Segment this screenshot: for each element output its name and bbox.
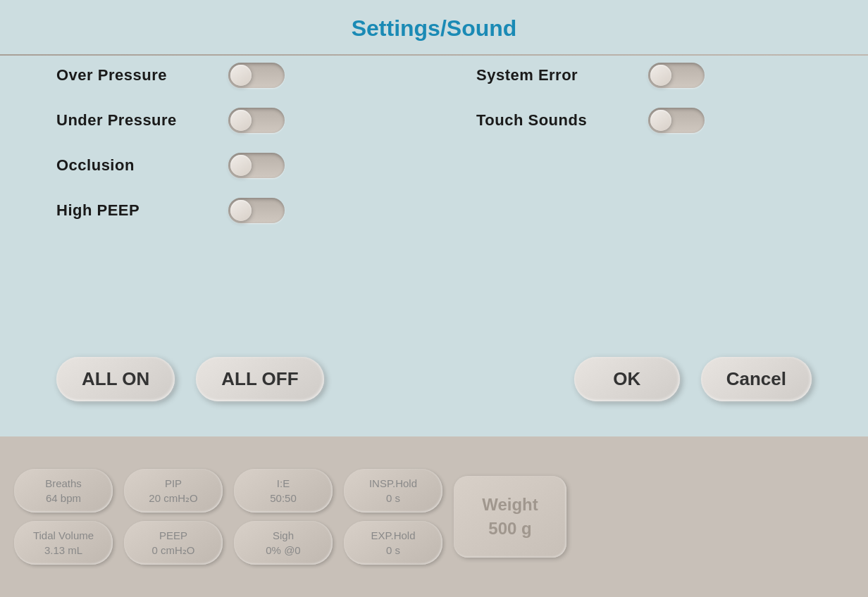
toggle-row-touch-sounds: Touch Sounds — [476, 108, 705, 133]
settings-panel: Settings/Sound Over Pressure — [0, 0, 868, 436]
insp-hold-title: INSP.Hold — [356, 476, 430, 491]
peep-title: PEEP — [137, 528, 210, 543]
status-col-3: I:E 50:50 Sigh 0% @0 — [234, 469, 333, 565]
toggle-label-touch-sounds: Touch Sounds — [476, 111, 631, 130]
tidal-value: 3.13 mL — [27, 543, 100, 558]
toggle-row-over-pressure: Over Pressure — [56, 63, 392, 88]
right-buttons: OK Cancel — [574, 357, 812, 401]
tidal-volume-button[interactable]: Tidal Volume 3.13 mL — [14, 521, 113, 565]
toggle-track — [228, 198, 285, 223]
ie-title: I:E — [247, 476, 320, 491]
main-container: Settings/Sound Over Pressure — [0, 0, 868, 597]
breaths-value: 64 bpm — [27, 491, 100, 505]
status-col-2: PIP 20 cmH₂O PEEP 0 cmH₂O — [124, 469, 223, 565]
insp-hold-value: 0 s — [356, 491, 430, 505]
left-buttons: ALL ON ALL OFF — [56, 357, 324, 401]
toggle-thumb — [230, 65, 252, 86]
toggle-label-system-error: System Error — [476, 66, 631, 84]
status-col-1: Breaths 64 bpm Tidal Volume 3.13 mL — [14, 469, 113, 565]
exp-hold-title: EXP.Hold — [356, 528, 430, 543]
toggle-label-high-peep: High PEEP — [56, 201, 211, 220]
pip-value: 20 cmH₂O — [137, 491, 210, 505]
sigh-title: Sigh — [247, 528, 320, 543]
toggle-row-system-error: System Error — [476, 63, 705, 88]
tidal-title: Tidal Volume — [27, 528, 100, 543]
settings-title: Settings/Sound — [352, 0, 517, 54]
ie-button[interactable]: I:E 50:50 — [234, 469, 333, 513]
right-toggles: System Error Touch Sounds — [420, 63, 812, 223]
toggle-thumb — [230, 155, 252, 176]
buttons-row: ALL ON ALL OFF OK Cancel — [56, 343, 812, 422]
insp-hold-button[interactable]: INSP.Hold 0 s — [344, 469, 442, 513]
toggle-over-pressure[interactable] — [228, 63, 285, 88]
breaths-button[interactable]: Breaths 64 bpm — [14, 469, 113, 513]
breaths-title: Breaths — [27, 476, 100, 491]
ie-value: 50:50 — [247, 491, 320, 505]
toggle-under-pressure[interactable] — [228, 108, 285, 133]
toggle-track — [648, 63, 705, 88]
all-on-button[interactable]: ALL ON — [56, 357, 175, 401]
toggle-thumb — [650, 65, 671, 86]
toggle-thumb — [230, 200, 252, 221]
toggle-row-under-pressure: Under Pressure — [56, 108, 392, 133]
settings-body: Over Pressure Under Pressure — [0, 56, 868, 436]
all-off-button[interactable]: ALL OFF — [196, 357, 323, 401]
exp-hold-value: 0 s — [356, 543, 430, 558]
toggle-occlusion[interactable] — [228, 153, 285, 178]
toggle-label-over-pressure: Over Pressure — [56, 66, 211, 84]
status-col-4: INSP.Hold 0 s EXP.Hold 0 s — [344, 469, 442, 565]
weight-label: Weight — [482, 495, 538, 514]
peep-value: 0 cmH₂O — [137, 543, 210, 558]
ok-button[interactable]: OK — [574, 357, 680, 401]
toggle-track — [228, 153, 285, 178]
toggle-high-peep[interactable] — [228, 198, 285, 223]
weight-value: 500 g — [488, 519, 531, 538]
toggle-touch-sounds[interactable] — [648, 108, 705, 133]
toggles-row: Over Pressure Under Pressure — [56, 63, 812, 223]
toggle-thumb — [230, 110, 252, 131]
sigh-button[interactable]: Sigh 0% @0 — [234, 521, 333, 565]
toggle-row-high-peep: High PEEP — [56, 198, 392, 223]
status-panel: Breaths 64 bpm Tidal Volume 3.13 mL PIP … — [0, 436, 868, 597]
toggle-track — [228, 63, 285, 88]
toggle-label-under-pressure: Under Pressure — [56, 111, 211, 130]
pip-title: PIP — [137, 476, 210, 491]
peep-button[interactable]: PEEP 0 cmH₂O — [124, 521, 223, 565]
toggle-row-occlusion: Occlusion — [56, 153, 392, 178]
toggle-track — [228, 108, 285, 133]
weight-box: Weight 500 g — [454, 476, 566, 557]
left-toggles: Over Pressure Under Pressure — [56, 63, 392, 223]
cancel-button[interactable]: Cancel — [701, 357, 812, 401]
exp-hold-button[interactable]: EXP.Hold 0 s — [344, 521, 442, 565]
toggle-track — [648, 108, 705, 133]
toggle-thumb — [650, 110, 671, 131]
toggle-label-occlusion: Occlusion — [56, 156, 211, 175]
sigh-value: 0% @0 — [247, 543, 320, 558]
pip-button[interactable]: PIP 20 cmH₂O — [124, 469, 223, 513]
toggle-system-error[interactable] — [648, 63, 705, 88]
